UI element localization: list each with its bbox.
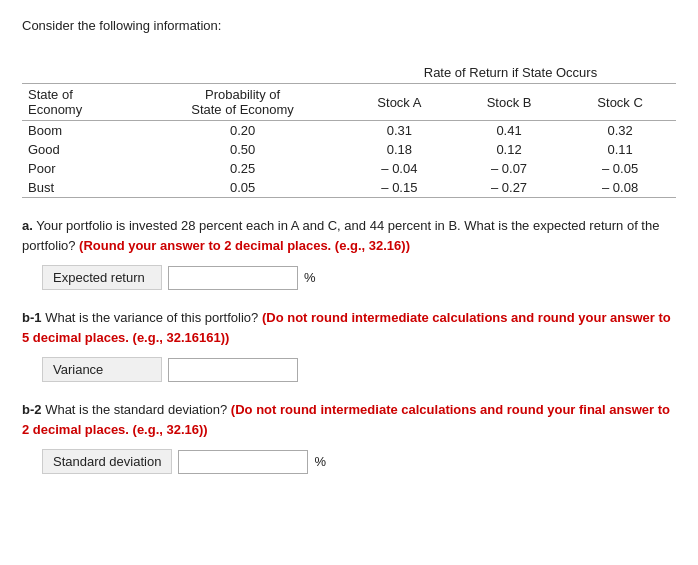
cell-stock-b: 0.12 [454,140,564,159]
cell-stock-c: 0.32 [564,121,676,141]
std-dev-label: Standard deviation [42,449,172,474]
variance-label: Variance [42,357,162,382]
cell-stock-c: – 0.05 [564,159,676,178]
col-probability: Probability ofState of Economy [191,87,294,117]
cell-stock-b: 0.41 [454,121,564,141]
std-dev-row: Standard deviation % [42,449,676,474]
data-table: Rate of Return if State Occurs State ofE… [22,62,676,198]
cell-stock-a: 0.31 [345,121,454,141]
intro-text: Consider the following information: [22,18,676,33]
question-b2-text: b-2 What is the standard deviation? (Do … [22,400,676,439]
cell-state: Bust [22,178,140,198]
variance-row: Variance [42,357,676,382]
col-stock-c: Stock C [597,95,643,110]
cell-stock-c: 0.11 [564,140,676,159]
cell-stock-c: – 0.08 [564,178,676,198]
question-b2-section: b-2 What is the standard deviation? (Do … [22,400,676,474]
question-b1-text: b-1 What is the variance of this portfol… [22,308,676,347]
table-row: Poor 0.25 – 0.04 – 0.07 – 0.05 [22,159,676,178]
col-stock-b: Stock B [487,95,532,110]
cell-stock-b: – 0.07 [454,159,564,178]
cell-probability: 0.20 [140,121,345,141]
cell-state: Poor [22,159,140,178]
expected-return-row: Expected return % [42,265,676,290]
cell-probability: 0.05 [140,178,345,198]
cell-probability: 0.50 [140,140,345,159]
variance-input[interactable] [168,358,298,382]
rate-header: Rate of Return if State Occurs [345,62,676,84]
expected-return-label: Expected return [42,265,162,290]
question-a-section: a. Your portfolio is invested 28 percent… [22,216,676,290]
table-row: Bust 0.05 – 0.15 – 0.27 – 0.08 [22,178,676,198]
question-b1-section: b-1 What is the variance of this portfol… [22,308,676,382]
std-dev-unit: % [314,454,326,469]
table-row: Boom 0.20 0.31 0.41 0.32 [22,121,676,141]
table-row: Good 0.50 0.18 0.12 0.11 [22,140,676,159]
cell-stock-a: – 0.15 [345,178,454,198]
cell-state: Boom [22,121,140,141]
cell-stock-a: 0.18 [345,140,454,159]
col-state-economy: State ofEconomy [28,87,82,117]
expected-return-input[interactable] [168,266,298,290]
question-a-text: a. Your portfolio is invested 28 percent… [22,216,676,255]
std-dev-input[interactable] [178,450,308,474]
cell-stock-b: – 0.27 [454,178,564,198]
cell-probability: 0.25 [140,159,345,178]
cell-state: Good [22,140,140,159]
expected-return-unit: % [304,270,316,285]
cell-stock-a: – 0.04 [345,159,454,178]
col-stock-a: Stock A [377,95,421,110]
